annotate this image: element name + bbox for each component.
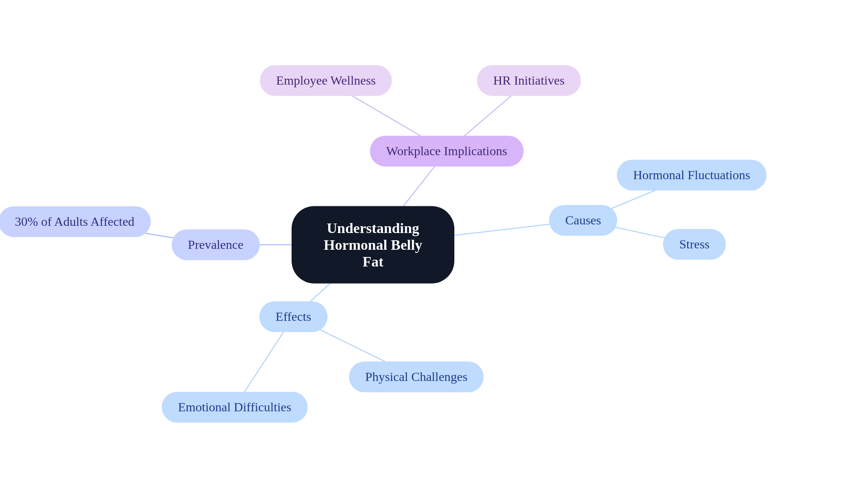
causes-node[interactable]: Causes [549,205,617,236]
center-node[interactable]: Understanding Hormonal Belly Fat [292,206,454,284]
prevalence-node[interactable]: Prevalence [172,229,260,260]
stress-node[interactable]: Stress [663,229,726,260]
workplace-implications-node[interactable]: Workplace Implications [370,136,524,167]
effects-node[interactable]: Effects [259,301,328,332]
physical-challenges-node[interactable]: Physical Challenges [349,362,484,392]
hr-initiatives-node[interactable]: HR Initiatives [477,65,581,96]
employee-wellness-node[interactable]: Employee Wellness [260,65,392,96]
adults-affected-node[interactable]: 30% of Adults Affected [0,206,151,237]
emotional-difficulties-node[interactable]: Emotional Difficulties [162,392,308,423]
hormonal-fluctuations-node[interactable]: Hormonal Fluctuations [617,160,767,190]
